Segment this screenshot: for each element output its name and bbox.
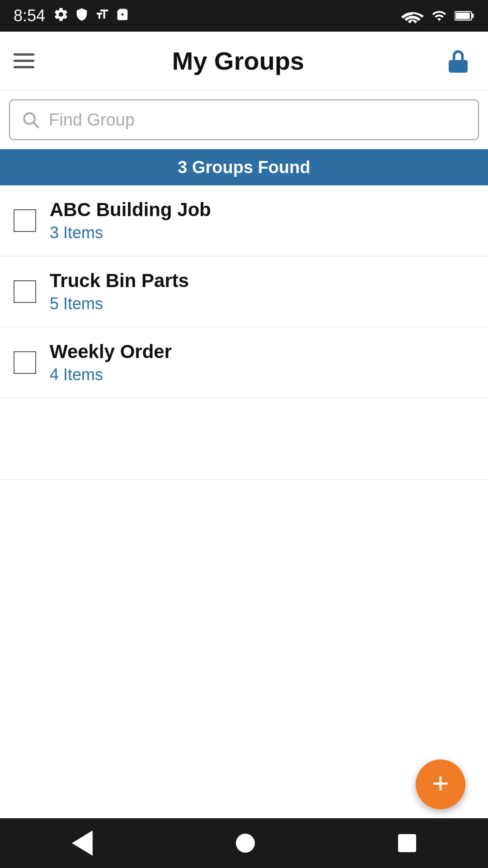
group-checkbox-1[interactable] (14, 209, 36, 232)
recent-icon (398, 834, 416, 852)
add-icon: + (432, 769, 449, 798)
back-icon (72, 830, 93, 856)
status-bar-right (401, 8, 474, 24)
font-icon (95, 7, 109, 25)
home-button[interactable] (236, 834, 255, 853)
sim-icon (116, 7, 129, 25)
svg-rect-1 (472, 14, 474, 18)
list-item[interactable]: ABC Building Job 3 Items (0, 185, 488, 256)
svg-line-5 (33, 123, 38, 127)
svg-rect-3 (449, 60, 468, 72)
group-name: ABC Building Job (50, 199, 211, 221)
shield-icon (75, 7, 89, 25)
home-icon (236, 834, 255, 853)
status-bar: 8:54 (0, 0, 488, 32)
lock-button[interactable] (442, 45, 474, 77)
menu-button[interactable] (14, 53, 34, 68)
list-item[interactable]: Weekly Order 4 Items (0, 327, 488, 398)
results-banner: 3 Groups Found (0, 149, 488, 185)
search-container (0, 90, 488, 149)
gear-icon (53, 7, 69, 25)
wifi-icon (401, 8, 424, 24)
battery-icon (455, 8, 474, 24)
back-button[interactable] (72, 830, 93, 856)
group-item-count: 5 Items (50, 294, 189, 313)
group-item-count: 3 Items (50, 223, 211, 242)
page-title: My Groups (172, 46, 304, 75)
group-list: ABC Building Job 3 Items Truck Bin Parts… (0, 185, 488, 480)
group-name: Truck Bin Parts (50, 270, 189, 292)
group-name: Weekly Order (50, 341, 172, 363)
empty-area (0, 398, 488, 480)
header: My Groups (0, 32, 488, 90)
bottom-navigation (0, 818, 488, 868)
list-item[interactable]: Truck Bin Parts 5 Items (0, 256, 488, 327)
signal-icon (431, 8, 447, 24)
group-checkbox-2[interactable] (14, 280, 36, 303)
recent-apps-button[interactable] (398, 834, 416, 852)
group-item-count: 4 Items (50, 365, 172, 384)
group-checkbox-3[interactable] (14, 351, 36, 374)
status-time: 8:54 (14, 6, 45, 25)
search-box (9, 99, 479, 140)
add-group-button[interactable]: + (416, 760, 465, 809)
lock-icon (446, 48, 471, 74)
search-icon (21, 110, 41, 130)
results-count: 3 Groups Found (178, 158, 310, 177)
svg-rect-2 (455, 13, 469, 19)
search-input[interactable] (49, 110, 467, 130)
